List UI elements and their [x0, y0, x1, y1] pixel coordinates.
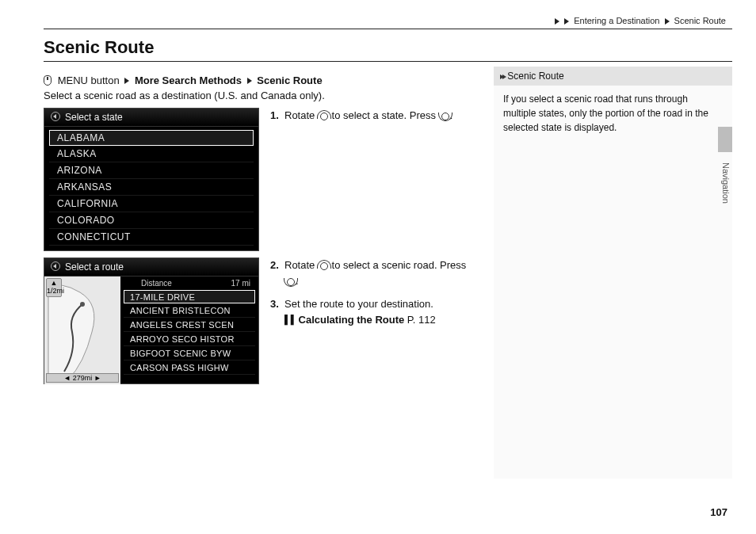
screenshot-header: Select a route — [65, 261, 124, 273]
list-item: ALABAMA — [49, 130, 254, 146]
press-knob-icon — [284, 277, 296, 286]
sidebar-header: Scenic Route — [494, 67, 732, 86]
press-knob-icon — [439, 111, 450, 120]
step-text: Rotate — [284, 109, 318, 121]
chevron-right-icon — [124, 78, 129, 84]
list-item: COLORADO — [49, 212, 254, 229]
step-1: 1. Rotate to select a state. Press . — [270, 108, 472, 124]
sidebar-body: If you select a scenic road that runs th… — [494, 86, 732, 479]
screenshot-select-state: Select a state ALABAMA ALASKA ARIZONA AR… — [44, 108, 259, 251]
distance-row: Distance 17 mi — [124, 277, 255, 290]
breadcrumb: Entering a Destination Scenic Route — [44, 16, 732, 29]
chevron-right-icon — [555, 18, 559, 25]
north-up-icon: ▲ 1/2mi — [46, 278, 62, 297]
step-text: Set the route to your destination. — [284, 298, 433, 310]
page-number: 107 — [710, 506, 727, 518]
chevron-right-icon — [665, 18, 670, 25]
sidebar-title: Scenic Route — [507, 71, 563, 82]
list-item: BIGFOOT SCENIC BYW — [124, 346, 255, 360]
path-s1: More Search Methods — [135, 74, 242, 86]
map-scale-value: 279mi — [73, 374, 93, 382]
chevron-right-icon — [247, 78, 252, 84]
step-2: 2. Rotate to select a scenic road. Press… — [270, 257, 472, 288]
step-text: to select a state. Press — [329, 109, 439, 121]
breadcrumb-b: Scenic Route — [674, 16, 726, 25]
list-item: ANGELES CREST SCEN — [124, 318, 255, 332]
mini-map: ▲ 1/2mi ◄ 279mi ► — [44, 277, 120, 384]
state-list: ALABAMA ALASKA ARIZONA ARKANSAS CALIFORN… — [49, 130, 254, 246]
screenshot-select-route: Select a route ▲ 1/2mi — [44, 257, 259, 384]
list-item: ARIZONA — [49, 162, 254, 179]
step-number: 1. — [270, 108, 284, 124]
chevron-right-icon — [502, 74, 506, 79]
distance-label: Distance — [141, 279, 172, 288]
step-text: to select a scenic road. Press — [329, 259, 466, 271]
xref-page: P. 112 — [407, 314, 436, 326]
list-item: 17-MILE DRIVE — [124, 290, 255, 303]
list-item: ALASKA — [49, 146, 254, 162]
svg-point-1 — [80, 302, 85, 307]
rotate-knob-icon — [318, 111, 329, 120]
list-item: ANCIENT BRISTLECON — [124, 303, 255, 318]
step-number: 3. — [270, 296, 284, 327]
distance-value: 17 mi — [231, 279, 250, 288]
list-item: ARROYO SECO HISTOR — [124, 332, 255, 346]
xref-label: Calculating the Route — [299, 314, 405, 326]
back-icon — [51, 112, 60, 121]
page-title: Scenic Route — [44, 37, 732, 62]
route-list: 17-MILE DRIVE ANCIENT BRISTLECON ANGELES… — [124, 290, 255, 375]
chevron-right-icon — [564, 18, 569, 25]
book-icon: ▌▌ — [284, 313, 297, 326]
breadcrumb-a: Entering a Destination — [574, 16, 659, 25]
path-s2: Scenic Route — [257, 74, 322, 86]
list-item: CARSON PASS HIGHW — [124, 360, 255, 375]
path-menu: MENU button — [58, 74, 120, 86]
description: Select a scenic road as a destination (U… — [44, 90, 472, 101]
section-tab — [718, 127, 732, 152]
list-item: ARKANSAS — [49, 179, 254, 196]
step-text: Rotate — [284, 259, 318, 271]
menu-path: MENU button More Search Methods Scenic R… — [44, 74, 472, 86]
step-3: 3. Set the route to your destination. ▌▌… — [270, 296, 472, 327]
menu-button-icon — [44, 75, 52, 86]
list-item: CONNECTICUT — [49, 229, 254, 246]
rotate-knob-icon — [318, 261, 329, 270]
step-number: 2. — [270, 257, 284, 288]
back-icon — [51, 261, 60, 271]
list-item: CALIFORNIA — [49, 196, 254, 212]
screenshot-header: Select a state — [65, 112, 123, 123]
cross-reference: ▌▌Calculating the Route — [284, 314, 407, 326]
section-label: Navigation — [721, 162, 731, 204]
map-scale: ◄ 279mi ► — [46, 373, 119, 383]
map-half-scale: 1/2mi — [47, 288, 61, 296]
